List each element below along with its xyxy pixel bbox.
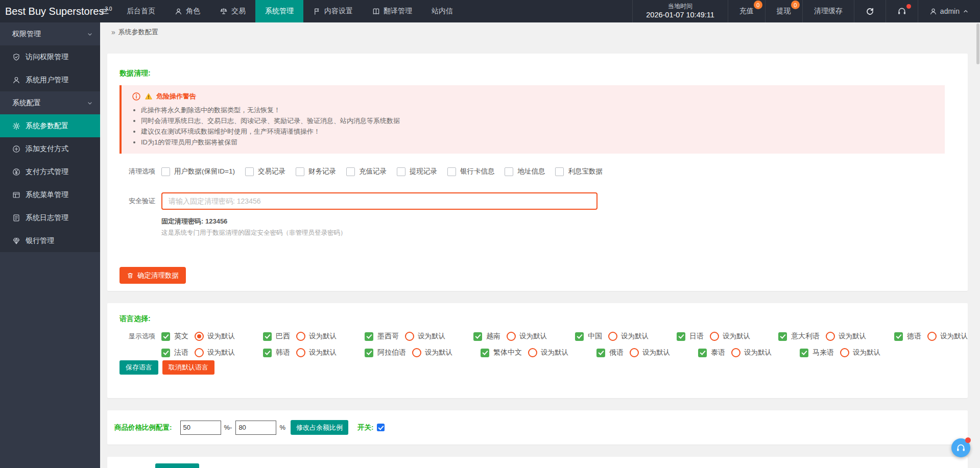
refresh-icon [866,7,874,16]
fixed-password-label: 固定清理密码: [161,217,203,225]
default-radio[interactable] [405,332,414,341]
sidebar-item-add-payment[interactable]: 添加支付方式 [0,137,100,160]
default-radio[interactable] [710,332,719,341]
default-radio-selected[interactable] [195,332,204,341]
breadcrumb: » 系统参数配置 [100,22,980,42]
sidebar-item-menu-manage[interactable]: 系统菜单管理 [0,183,100,206]
language-checkbox-checked[interactable] [698,349,707,357]
language-checkbox-checked[interactable] [596,349,605,357]
withdraw-button[interactable]: 提现 0 [765,0,802,22]
sidebar-group-permission[interactable]: 权限管理 [0,22,100,45]
user-icon [12,76,20,84]
language-checkbox-checked[interactable] [365,332,373,341]
sidebar-item-system-params[interactable]: 系统参数配置 [0,114,100,137]
language-checkbox-checked[interactable] [677,332,685,341]
language-option-japanese: 日语设为默认 [677,332,750,341]
default-radio[interactable] [507,332,516,341]
clear-cache-button[interactable]: 清理缓存 [802,0,854,22]
default-radio[interactable] [630,348,639,357]
modify-ratio-button[interactable]: 修改占余额比例 [291,420,348,435]
checkbox-unchecked[interactable] [346,167,355,176]
switch-label: 开关: [357,423,374,432]
sidebar-group-system-config[interactable]: 系统配置 [0,91,100,114]
security-code-input[interactable] [161,192,597,210]
language-checkbox-checked[interactable] [894,332,903,341]
default-radio[interactable] [826,332,835,341]
nav-trade[interactable]: 交易 [210,0,255,22]
data-clean-card: 数据清理: 危险操作警告 此操作将永久删除选中的数据类型，无法恢复！ 同时会清理… [107,54,968,291]
default-radio[interactable] [731,348,740,357]
sidebar-item-system-users[interactable]: 系统用户管理 [0,68,100,91]
language-checkbox-checked[interactable] [778,332,787,341]
partial-teal-button[interactable] [155,463,199,468]
clean-option-user-data[interactable]: 用户数据(保留ID=1) [161,167,235,176]
default-radio[interactable] [608,332,617,341]
admin-menu[interactable]: admin [918,0,980,22]
scrollbar-thumb[interactable] [976,23,979,64]
clean-option-recharge-records[interactable]: 充值记录 [346,167,387,176]
sidebar-group-permission-items: 访问权限管理 系统用户管理 [0,45,100,91]
language-checkbox-checked[interactable] [263,332,272,341]
support-float-button[interactable] [951,438,970,457]
language-option-vietnam: 越南设为默认 [473,332,547,341]
headset-icon [956,443,966,453]
checkbox-unchecked[interactable] [397,167,405,176]
sidebar-item-access-permission[interactable]: 访问权限管理 [0,45,100,68]
language-checkbox-checked[interactable] [473,332,482,341]
cancel-default-language-button[interactable]: 取消默认语言 [162,360,214,375]
sidebar-item-bank-manage[interactable]: 银行管理 [0,229,100,252]
clean-option-withdraw-records[interactable]: 提现记录 [397,167,437,176]
language-checkbox-checked[interactable] [263,349,272,357]
price-max-input[interactable] [235,421,276,435]
main-nav: 后台首页 角色 交易 系统管理 内容设置 翻译管理 站内信 [93,0,463,22]
nav-translate-manage[interactable]: 翻译管理 [363,0,422,22]
confirm-clean-button[interactable]: 确定清理数据 [119,267,186,284]
nav-system-manage[interactable]: 系统管理 [255,0,303,22]
language-checkbox-checked[interactable] [575,332,584,341]
default-radio[interactable] [528,348,537,357]
local-time: 当地时间 2026-01-07 10:49:11 [632,0,728,22]
flag-icon [313,8,321,15]
checkbox-unchecked[interactable] [161,167,170,176]
price-min-input[interactable] [180,421,221,435]
checkbox-unchecked[interactable] [505,167,513,176]
switch-checkbox-checked[interactable] [377,424,385,431]
checkbox-unchecked[interactable] [555,167,564,176]
main-content: » 系统参数配置 数据清理: 危险操作警告 此操作将永久删除选中的数据类型，无法… [100,22,980,468]
nav-roles[interactable]: 角色 [165,0,210,22]
nav-site-message[interactable]: 站内信 [422,0,463,22]
app-version: 3.0 [105,6,112,12]
language-checkbox-checked[interactable] [481,349,489,357]
clean-option-finance-records[interactable]: 财务记录 [296,167,336,176]
checkbox-unchecked[interactable] [296,167,304,176]
nav-content-settings[interactable]: 内容设置 [303,0,363,22]
recharge-button[interactable]: 充值 0 [728,0,765,22]
checkbox-unchecked[interactable] [245,167,254,176]
default-radio[interactable] [840,348,849,357]
save-language-button[interactable]: 保存语言 [119,360,158,375]
language-checkbox-checked[interactable] [800,349,808,357]
clean-option-addresses[interactable]: 地址信息 [505,167,545,176]
clean-option-bank-cards[interactable]: 银行卡信息 [447,167,495,176]
clean-option-trade-records[interactable]: 交易记录 [245,167,285,176]
default-radio[interactable] [927,332,937,341]
fixed-password-value: 123456 [205,217,227,225]
sidebar-item-log-manage[interactable]: 系统日志管理 [0,206,100,229]
checkbox-unchecked[interactable] [447,167,456,176]
language-checkbox-checked[interactable] [161,349,170,357]
clean-option-interest-data[interactable]: 利息宝数据 [555,167,603,176]
sidebar-item-payment-manage[interactable]: 支付方式管理 [0,160,100,183]
refresh-button[interactable] [854,0,886,22]
withdraw-badge: 0 [791,1,800,9]
default-radio[interactable] [195,348,204,357]
language-checkbox-checked[interactable] [161,332,170,341]
language-checkbox-checked[interactable] [365,349,373,357]
support-button[interactable] [886,0,918,22]
nav-dashboard[interactable]: 后台首页 [117,0,165,22]
default-radio[interactable] [296,348,305,357]
default-radio[interactable] [296,332,305,341]
chevron-down-icon [87,100,93,106]
chevron-up-icon [963,8,969,14]
default-radio[interactable] [412,348,421,357]
language-row-2: 法语设为默认 韩语设为默认 阿拉伯语设为默认 繁体中文设为默认 俄语设为默认 泰… [119,348,968,357]
